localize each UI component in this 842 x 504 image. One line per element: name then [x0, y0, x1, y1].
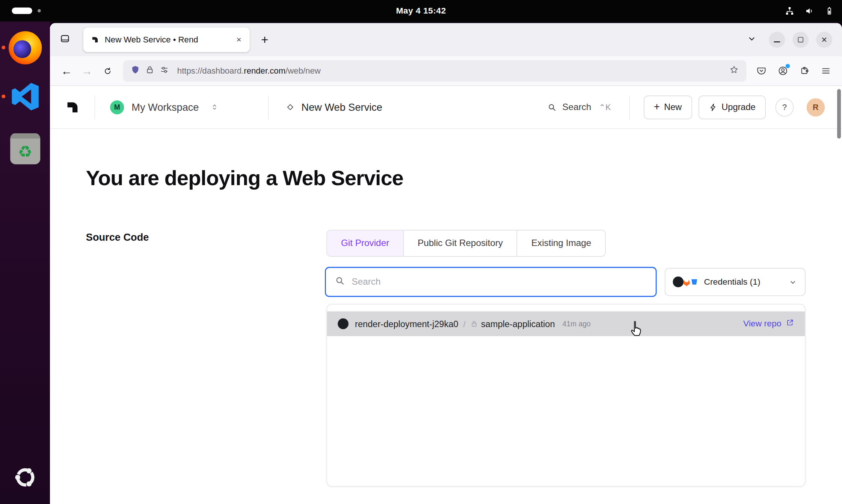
permissions-sliders-icon[interactable] — [160, 65, 169, 77]
maximize-icon — [798, 37, 803, 42]
private-lock-icon — [470, 320, 478, 327]
new-tab-button[interactable]: + — [255, 30, 274, 49]
maximize-button[interactable] — [792, 32, 809, 48]
url-prefix: https://dashboard. — [177, 66, 244, 75]
search-icon — [547, 102, 557, 112]
page-title: New Web Service — [302, 101, 382, 113]
search-label: Search — [562, 102, 591, 113]
browser-window: New Web Service • Rend × + ✕ ← → — [50, 23, 842, 504]
pocket-save-button[interactable] — [752, 61, 771, 80]
url-path: /web/new — [285, 66, 321, 75]
list-all-tabs-button[interactable] — [742, 30, 761, 49]
select-chevrons-icon — [211, 103, 219, 111]
dock-item-trash[interactable]: ♻ — [10, 133, 40, 164]
render-favicon — [91, 35, 100, 44]
chevron-down-icon — [746, 33, 757, 46]
url-host: render.com — [244, 66, 285, 75]
lightning-bolt-icon — [709, 103, 717, 112]
deploy-heading: You are deploying a Web Service — [86, 166, 403, 190]
repo-name: sample-application — [481, 319, 555, 329]
bookmark-star-icon[interactable] — [729, 65, 739, 77]
browser-tab[interactable]: New Web Service • Rend × — [83, 27, 250, 52]
ubuntu-logo-icon — [11, 484, 39, 493]
volume-icon[interactable] — [804, 6, 815, 16]
global-search-button[interactable]: Search ⌃K — [547, 102, 611, 113]
clock[interactable]: May 4 15:42 — [396, 0, 446, 21]
toolbar-right-buttons — [752, 61, 836, 80]
lock-icon[interactable] — [145, 65, 155, 77]
navigation-toolbar: ← → https://dashboard.render.com/web/new — [50, 56, 842, 86]
search-shortcut: ⌃K — [599, 102, 611, 112]
account-button[interactable] — [773, 61, 792, 80]
credentials-dropdown[interactable]: Credentials (1) — [665, 268, 806, 296]
workspace-dot — [38, 9, 41, 12]
view-repo-link[interactable]: View repo — [743, 318, 794, 329]
header-actions: Search ⌃K + New Upgrade ? — [547, 95, 825, 119]
minimize-icon — [774, 41, 780, 42]
user-avatar[interactable]: R — [807, 98, 825, 116]
dock-item-firefox[interactable] — [8, 31, 42, 65]
tab-close-button[interactable]: × — [232, 33, 245, 46]
dock-item-vscode[interactable] — [11, 83, 39, 110]
chevron-down-icon — [788, 277, 797, 286]
credentials-label: Credentials (1) — [704, 277, 760, 287]
app-header: M My Workspace New Web Service — [50, 86, 842, 129]
tab-strip: New Web Service • Rend × + ✕ — [50, 23, 842, 56]
reload-button[interactable] — [97, 61, 118, 80]
extensions-button[interactable] — [795, 61, 814, 80]
menu-hamburger-button[interactable] — [816, 61, 835, 80]
source-tabs: Git Provider Public Git Repository Exist… — [326, 230, 605, 257]
repo-owner: render-deployment-j29ka0 — [355, 319, 458, 329]
bitbucket-icon — [692, 278, 699, 286]
page-content: M My Workspace New Web Service — [50, 86, 842, 504]
tab-title: New Web Service • Rend — [105, 35, 227, 45]
tracking-protection-shield-icon[interactable] — [130, 65, 140, 77]
header-divider — [268, 95, 269, 119]
upgrade-button[interactable]: Upgrade — [699, 95, 766, 119]
tab-git-provider[interactable]: Git Provider — [327, 230, 404, 256]
repo-row[interactable]: render-deployment-j29ka0 / sample-applic… — [327, 311, 805, 336]
upgrade-button-label: Upgrade — [721, 102, 756, 112]
source-code-label: Source Code — [86, 231, 149, 243]
header-divider — [629, 95, 629, 119]
page-scrollbar-thumb[interactable] — [837, 89, 841, 139]
firefox-view-button[interactable] — [55, 30, 74, 49]
account-notification-dot — [786, 64, 790, 68]
workspace-avatar: M — [110, 100, 124, 114]
recycle-icon: ♻ — [18, 142, 32, 161]
header-divider — [95, 95, 95, 119]
vscode-running-indicator — [2, 95, 5, 98]
tab-existing-image[interactable]: Existing Image — [518, 230, 605, 256]
firefox-view-icon — [60, 33, 71, 46]
system-status-area[interactable] — [785, 0, 834, 21]
tab-public-git-repository[interactable]: Public Git Repository — [404, 230, 518, 256]
repo-search-input[interactable] — [352, 276, 647, 287]
dock: ♻ — [0, 21, 50, 504]
service-diamond-icon — [286, 103, 295, 112]
search-icon — [335, 275, 346, 288]
battery-icon[interactable] — [824, 6, 834, 16]
workspace-name: My Workspace — [131, 101, 199, 113]
vscode-icon — [11, 103, 39, 112]
repo-search-box — [325, 267, 657, 297]
dock-item-ubuntu[interactable] — [11, 463, 39, 492]
new-button[interactable]: + New — [644, 95, 692, 119]
view-repo-label: View repo — [743, 319, 781, 329]
external-link-icon — [786, 318, 794, 329]
activities-pill[interactable] — [12, 8, 32, 14]
url-bar[interactable]: https://dashboard.render.com/web/new — [123, 60, 746, 81]
network-icon[interactable] — [785, 6, 795, 16]
workspace-selector[interactable]: M My Workspace — [110, 100, 219, 114]
close-window-button[interactable]: ✕ — [816, 32, 832, 48]
firefox-running-indicator — [2, 46, 5, 50]
provider-icons — [673, 276, 699, 287]
url-text: https://dashboard.render.com/web/new — [177, 66, 321, 76]
window-controls: ✕ — [769, 32, 832, 48]
minimize-button[interactable] — [769, 32, 785, 48]
help-button[interactable]: ? — [776, 98, 794, 116]
render-logo-icon[interactable] — [65, 99, 81, 115]
repo-separator: / — [463, 319, 465, 328]
github-icon — [338, 318, 349, 329]
back-button[interactable]: ← — [56, 61, 77, 80]
plus-icon: + — [654, 101, 660, 113]
